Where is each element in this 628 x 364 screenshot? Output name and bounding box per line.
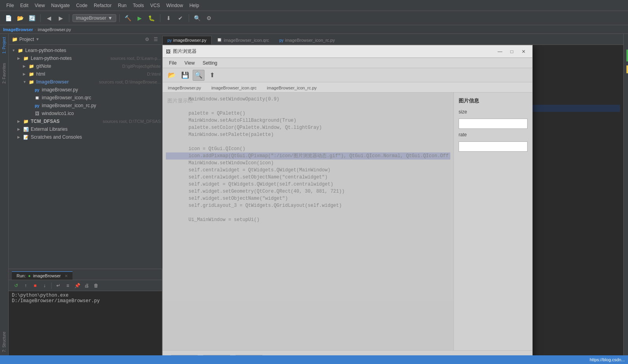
tree-item-imagebrowserpy[interactable]: ▶ py imageBrowser.py [9, 86, 162, 94]
editor-tab-label-main: imageBrowser.py [173, 38, 206, 43]
sync-btn[interactable]: 🔄 [27, 13, 37, 23]
dialog-save-footer-btn[interactable]: Save [203, 355, 230, 356]
vcs-update-btn[interactable]: ⬇ [164, 13, 174, 23]
project-gear-btn[interactable]: ⚙ [143, 36, 150, 43]
secondary-gitnote: D:\gitProject\gitNote [122, 64, 161, 69]
tree-item-extlibs[interactable]: ▶ 📊 External Libraries [9, 125, 162, 133]
dialog-upload-btn[interactable]: ⬆ [206, 70, 218, 81]
file-tree: ▼ 📁 Learn-python-notes ▶ 📁 Learn-python-… [9, 45, 162, 269]
dialog-menu-view[interactable]: View [181, 59, 198, 67]
nav-forward-btn[interactable]: ▶ [56, 13, 66, 23]
menu-tools[interactable]: Tools [130, 1, 147, 10]
tree-item-ico[interactable]: ▶ 🖼 windowIco1.ico [9, 110, 162, 117]
editor-tab-main[interactable]: py imageBrowser.py [162, 36, 212, 45]
run-scroll-up-btn[interactable]: ↑ [21, 281, 30, 290]
vcs-commit-btn[interactable]: ✔ [175, 13, 186, 23]
dialog-menu-setting[interactable]: Setting [199, 59, 220, 67]
dialog-title-icon: 🖼 [166, 49, 171, 54]
gutter-marker-green [626, 50, 628, 61]
scratches-icon: 📝 [23, 134, 29, 140]
run-tab-close-btn[interactable]: ✕ [65, 274, 68, 278]
tree-item-gitnote[interactable]: ▶ 📁 gitNote D:\gitProject\gitNote [9, 62, 162, 70]
info-rate-input[interactable] [459, 141, 528, 152]
menu-view[interactable]: View [32, 1, 48, 10]
debug-btn[interactable]: 🐛 [147, 13, 157, 23]
tree-item-imagebrowser[interactable]: ▼ 📁 ImageBrowser sources root, D:\ImageB… [9, 78, 162, 86]
project-panel: 📁 Project ▼ ⚙ ☰ ▼ 📁 Learn-p [9, 34, 162, 269]
menu-help[interactable]: Help [186, 1, 203, 10]
label-ico: windowIco1.ico [42, 111, 161, 116]
project-collapse-btn[interactable]: ☰ [152, 36, 159, 43]
run-tab[interactable]: Run: ● imageBrowser ✕ [12, 271, 72, 280]
sidebar-tab-favorites[interactable]: 2: Favorites [1, 60, 7, 87]
run-filter-btn[interactable]: ≡ [63, 281, 72, 290]
run-print-btn[interactable]: 🖨 [82, 281, 91, 290]
new-file-btn[interactable]: 📄 [3, 13, 13, 23]
editor-tab-rcpy[interactable]: py imageBrowser_icon_rc.py [274, 36, 340, 45]
menu-vcs[interactable]: VCS [147, 1, 163, 10]
dialog-tab-rcpy[interactable]: imageBrowser_icon_rc.py [262, 84, 322, 92]
settings-btn[interactable]: ⚙ [204, 13, 214, 23]
tree-item-learn[interactable]: ▶ 📁 Learn-python-notes sources root, D:\… [9, 54, 162, 62]
run-softrap-btn[interactable]: ↵ [54, 281, 63, 290]
tree-item-qrc[interactable]: ▶ 🔲 imageBrowser_icon.qrc [9, 94, 162, 102]
dialog-save-btn[interactable]: 💾 [179, 70, 191, 81]
toolbar-sep-1 [40, 14, 41, 22]
right-gutter [623, 34, 628, 355]
arrow-learn: ▶ [17, 56, 23, 60]
toolbar-sep-2 [69, 14, 69, 22]
dialog-code-view: MainWindow.setWindowOpacity(0.9) palette… [163, 93, 453, 350]
dialog-maximize-btn[interactable]: □ [506, 47, 517, 56]
tree-item-tcm[interactable]: ▶ 📁 TCM_DFSAS sources root, D:\TCM_DFSAS [9, 117, 162, 125]
menu-edit[interactable]: Edit [17, 1, 32, 10]
tree-item-rcpy[interactable]: ▶ py imageBrowser_icon_rc.py [9, 102, 162, 110]
project-dropdown[interactable]: imageBrowser ▼ [72, 14, 116, 22]
menu-navigate[interactable]: Navigate [48, 1, 73, 10]
search-btn[interactable]: 🔍 [192, 13, 203, 23]
tree-item-html[interactable]: ▶ 📁 html D:\html [9, 70, 162, 78]
nav-back-btn[interactable]: ◀ [44, 13, 54, 23]
dialog-minimize-btn[interactable]: — [494, 47, 505, 56]
run-trash-btn[interactable]: 🗑 [92, 281, 100, 290]
run-btn[interactable]: ▶ [135, 13, 145, 23]
dialog-search-btn[interactable]: 🔍 [193, 70, 204, 81]
dialog-tab-qrc[interactable]: imageBrowser_icon.qrc [206, 84, 262, 92]
arrow-scratches: ▶ [17, 135, 23, 139]
dialog-exit-footer-btn[interactable]: Exit [235, 355, 263, 356]
open-btn[interactable]: 📂 [15, 13, 25, 23]
project-title: Project [19, 37, 34, 42]
dialog-menu-file[interactable]: File [166, 59, 180, 67]
menu-code[interactable]: Code [73, 1, 91, 10]
dialog-tab-py-label: imageBrowser.py [168, 85, 201, 90]
tree-root[interactable]: ▼ 📁 Learn-python-notes [9, 46, 162, 54]
run-stop-btn[interactable]: ■ [31, 281, 39, 290]
menu-window[interactable]: Window [163, 1, 186, 10]
build-btn[interactable]: 🔨 [123, 13, 133, 23]
sidebar-tab-structure[interactable]: 7: Structure [1, 329, 7, 355]
tree-item-scratches[interactable]: ▶ 📝 Scratches and Consoles [9, 133, 162, 141]
file-name: imageBrowser.py [38, 27, 71, 32]
run-pin-btn[interactable]: 📌 [73, 281, 82, 290]
dialog-open-footer-btn[interactable]: Open [171, 355, 198, 356]
sidebar-tab-project[interactable]: 1: Project [1, 34, 7, 57]
menu-run[interactable]: Run [115, 1, 130, 10]
info-size-input[interactable] [459, 119, 528, 129]
dialog-menubar: File View Setting [163, 58, 532, 68]
editor-tab-qrc[interactable]: 🔲 imageBrowser_icon.qrc [212, 35, 274, 45]
breadcrumb-bar: ImageBrowser › imageBrowser.py [0, 25, 628, 34]
info-panel-title: 图片信息 [459, 97, 528, 104]
main-content: 1: Project 2: Favorites 7: Structure 📁 P… [0, 34, 628, 355]
dialog-tab-py[interactable]: imageBrowser.py [163, 84, 206, 92]
dialog-close-btn[interactable]: ✕ [518, 47, 529, 56]
dialog-editor-tabs: imageBrowser.py imageBrowser_icon.qrc im… [163, 82, 532, 93]
run-scroll-down-btn[interactable]: ↓ [40, 281, 49, 290]
menu-file[interactable]: File [3, 1, 17, 10]
menu-refactor[interactable]: Refactor [91, 1, 115, 10]
left-side-tabs: 1: Project 2: Favorites 7: Structure [0, 34, 9, 355]
menu-bar: File Edit View Navigate Code Refactor Ru… [0, 0, 628, 11]
dialog-toolbar: 📂 💾 🔍 ⬆ [163, 68, 532, 82]
extlibs-icon: 📊 [23, 126, 29, 132]
dialog-open-btn[interactable]: 📂 [166, 70, 178, 81]
run-restart-btn[interactable]: ↺ [12, 281, 20, 290]
run-label: Run: [17, 273, 26, 278]
